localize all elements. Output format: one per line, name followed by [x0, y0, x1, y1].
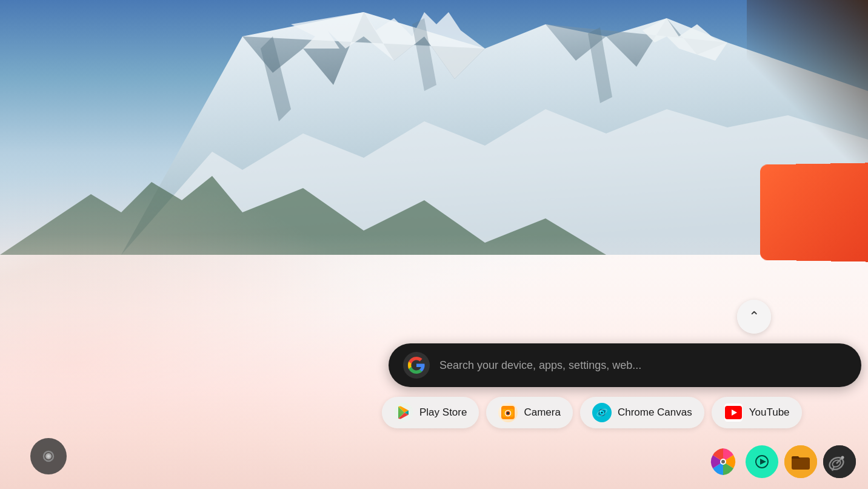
search-bar[interactable]: Search your device, apps, settings, web.… [389, 343, 861, 387]
dark-corner [747, 0, 868, 182]
svg-point-39 [841, 456, 844, 459]
shelf-settings-icon[interactable] [823, 445, 856, 478]
svg-rect-34 [792, 457, 810, 470]
youtube-label: YouTube [749, 406, 790, 419]
play-store-icon [394, 403, 413, 422]
svg-point-17 [507, 412, 510, 415]
youtube-chip[interactable]: YouTube [712, 397, 802, 428]
camera-chip[interactable]: Camera [486, 397, 572, 428]
chrome-canvas-label: Chrome Canvas [618, 406, 692, 419]
chrome-canvas-icon [592, 403, 612, 422]
youtube-icon [724, 403, 743, 422]
svg-point-13 [47, 455, 50, 458]
camera-label: Camera [524, 406, 560, 419]
search-placeholder: Search your device, apps, settings, web.… [439, 359, 847, 372]
chevron-up-icon: ⌃ [749, 310, 760, 323]
shelf-files-icon[interactable] [784, 445, 817, 478]
play-store-chip[interactable]: Play Store [382, 397, 479, 428]
svg-point-29 [721, 460, 725, 464]
svg-point-35 [823, 445, 856, 478]
camera-app-icon [498, 403, 518, 422]
chrome-canvas-chip[interactable]: Chrome Canvas [580, 397, 704, 428]
shelf-media-player-icon[interactable] [746, 445, 778, 478]
orange-shape [760, 163, 868, 261]
shelf-pinwheel-icon[interactable] [707, 445, 739, 478]
camera-shelf-button[interactable] [30, 438, 67, 474]
svg-rect-18 [506, 408, 508, 410]
svg-point-22 [601, 412, 603, 414]
play-store-label: Play Store [419, 406, 467, 419]
expand-launcher-button[interactable]: ⌃ [737, 300, 771, 334]
google-logo [403, 352, 430, 379]
shelf [707, 445, 856, 478]
app-launcher: ⌃ Search your device, apps, settings, we… [382, 300, 868, 428]
app-shortcuts-row: Play Store Camera [382, 397, 802, 428]
